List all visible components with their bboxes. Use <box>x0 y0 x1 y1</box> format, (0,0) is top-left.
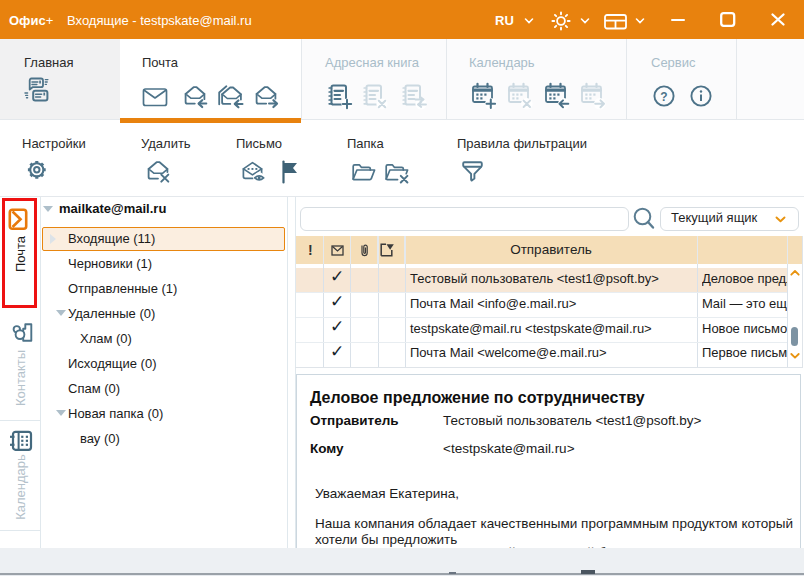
svg-text:?: ? <box>660 90 667 104</box>
